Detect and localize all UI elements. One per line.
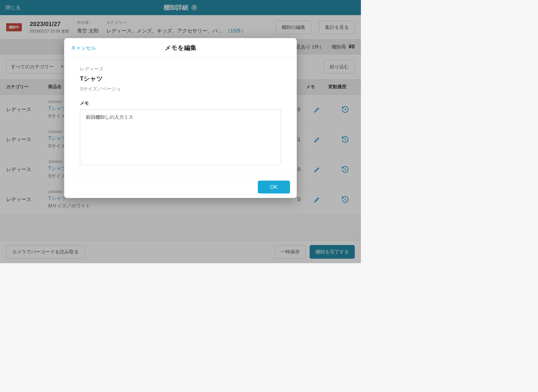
modal-overlay[interactable]: キャンセル メモを編集 レディース Tシャツ Sサイズ／ベージュ メモ OK [0, 0, 361, 263]
modal-variant: Sサイズ／ベージュ [80, 86, 281, 92]
modal-memo-label: メモ [80, 101, 281, 106]
memo-textarea[interactable] [80, 109, 281, 165]
modal-ok-button[interactable]: OK [258, 181, 290, 193]
modal-cancel-button[interactable]: キャンセル [71, 45, 96, 51]
modal-product-name: Tシャツ [80, 74, 281, 83]
memo-edit-modal: キャンセル メモを編集 レディース Tシャツ Sサイズ／ベージュ メモ OK [64, 38, 297, 198]
modal-category: レディース [80, 66, 281, 72]
modal-title: メモを編集 [165, 44, 196, 52]
